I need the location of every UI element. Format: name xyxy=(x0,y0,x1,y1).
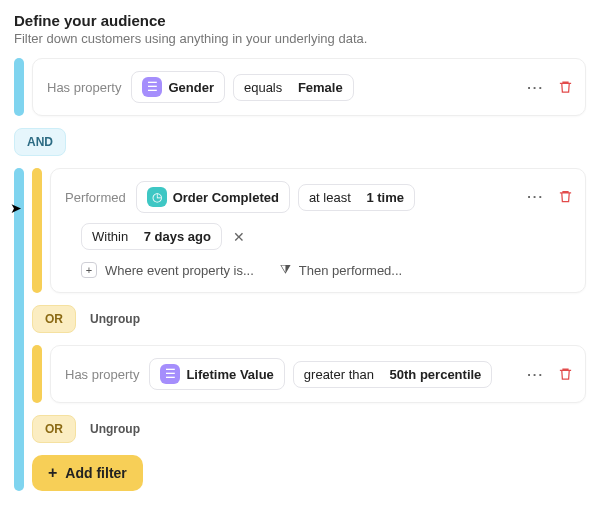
bottom-group: Performed ◷ Order Completed at least 1 t… xyxy=(14,168,586,491)
within-pill[interactable]: Within 7 days ago xyxy=(81,223,222,250)
event-icon: ◷ xyxy=(147,187,167,207)
rule-card-order-completed: Performed ◷ Order Completed at least 1 t… xyxy=(50,168,586,293)
more-menu-icon[interactable]: ··· xyxy=(527,80,544,95)
operator-pill-gt-percentile[interactable]: greater than 50th percentile xyxy=(293,361,493,388)
rule-actions: ··· xyxy=(527,367,573,382)
property-icon: ☰ xyxy=(160,364,180,384)
within-value: 7 days ago xyxy=(144,229,211,244)
ungroup-button[interactable]: Ungroup xyxy=(90,312,140,326)
property-pill-ltv[interactable]: ☰ Lifetime Value xyxy=(149,358,284,390)
performed-label: Performed xyxy=(65,190,126,205)
delete-icon[interactable] xyxy=(558,189,573,204)
count-pill[interactable]: at least 1 time xyxy=(298,184,415,211)
event-name: Order Completed xyxy=(173,190,279,205)
property-pill-gender[interactable]: ☰ Gender xyxy=(131,71,225,103)
rule-actions: ··· xyxy=(527,189,573,204)
or-chip[interactable]: OR xyxy=(32,415,76,443)
yellow-rail xyxy=(32,345,42,403)
property-name: Lifetime Value xyxy=(186,367,273,382)
property-icon: ☰ xyxy=(142,77,162,97)
yellow-rail xyxy=(32,168,42,293)
property-name: Gender xyxy=(168,80,214,95)
rule-card-ltv: Has property ☰ Lifetime Value greater th… xyxy=(50,345,586,403)
operator-prefix: equals xyxy=(244,80,282,95)
close-icon[interactable]: ✕ xyxy=(230,228,248,246)
blue-rail xyxy=(14,168,24,491)
rule-card-gender: Has property ☰ Gender equals Female ··· xyxy=(32,58,586,116)
more-menu-icon[interactable]: ··· xyxy=(527,367,544,382)
has-property-label: Has property xyxy=(65,367,139,382)
where-label: Where event property is... xyxy=(105,263,254,278)
ltv-subgroup: Has property ☰ Lifetime Value greater th… xyxy=(32,345,586,403)
then-performed-button[interactable]: ⧩ Then performed... xyxy=(280,262,402,278)
more-menu-icon[interactable]: ··· xyxy=(527,189,544,204)
page-title: Define your audience xyxy=(14,12,586,29)
or-chip[interactable]: OR xyxy=(32,305,76,333)
where-event-property-button[interactable]: + Where event property is... xyxy=(81,262,254,278)
blue-rail xyxy=(14,58,24,116)
or-row-2: OR Ungroup xyxy=(32,415,586,443)
and-chip[interactable]: AND xyxy=(14,128,66,156)
count-value: 1 time xyxy=(366,190,404,205)
add-filter-button[interactable]: + Add filter xyxy=(32,455,143,491)
operator-value: 50th percentile xyxy=(390,367,482,382)
rule-actions: ··· xyxy=(527,80,573,95)
then-label: Then performed... xyxy=(299,263,402,278)
within-prefix: Within xyxy=(92,229,128,244)
or-row-1: OR Ungroup xyxy=(32,305,586,333)
has-property-label: Has property xyxy=(47,80,121,95)
count-prefix: at least xyxy=(309,190,351,205)
plus-box-icon: + xyxy=(81,262,97,278)
operator-prefix: greater than xyxy=(304,367,374,382)
event-subgroup: Performed ◷ Order Completed at least 1 t… xyxy=(32,168,586,293)
add-filter-label: Add filter xyxy=(65,465,126,481)
delete-icon[interactable] xyxy=(558,80,573,95)
ungroup-button[interactable]: Ungroup xyxy=(90,422,140,436)
page-subtitle: Filter down customers using anything in … xyxy=(14,31,586,46)
delete-icon[interactable] xyxy=(558,367,573,382)
top-group: Has property ☰ Gender equals Female ··· xyxy=(14,58,586,116)
operator-value: Female xyxy=(298,80,343,95)
operator-pill-equals-female[interactable]: equals Female xyxy=(233,74,354,101)
event-pill-order-completed[interactable]: ◷ Order Completed xyxy=(136,181,290,213)
funnel-icon: ⧩ xyxy=(280,262,291,278)
